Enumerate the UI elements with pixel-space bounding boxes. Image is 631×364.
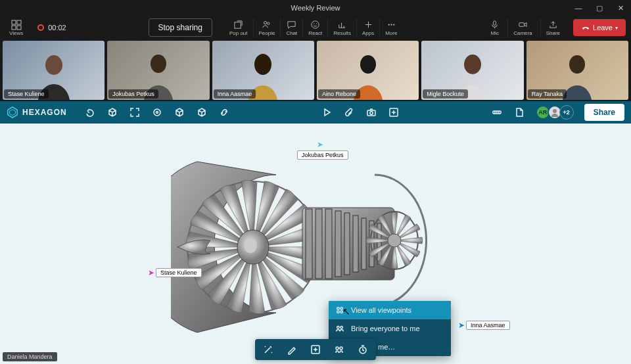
document-button[interactable] <box>511 104 528 121</box>
chat-button[interactable]: Chat <box>280 18 302 37</box>
plus-box-icon <box>388 107 399 118</box>
ctx-view-all-viewpoints[interactable]: View all viewpoints <box>329 301 451 319</box>
svg-point-7 <box>312 20 319 28</box>
link-button[interactable] <box>216 104 233 121</box>
minimize-button[interactable]: — <box>568 0 589 16</box>
apps-button[interactable]: Apps <box>356 18 379 37</box>
svg-point-6 <box>268 22 269 24</box>
svg-marker-22 <box>10 110 16 116</box>
recording-time: 00:02 <box>48 24 66 32</box>
close-button[interactable]: ✕ <box>610 0 631 16</box>
svg-point-11 <box>390 24 392 25</box>
svg-rect-35 <box>316 209 322 279</box>
viewpoints-button[interactable] <box>330 342 348 357</box>
svg-rect-38 <box>344 213 350 275</box>
attach-button[interactable] <box>340 104 358 121</box>
wand-button[interactable] <box>259 342 277 357</box>
participant-tile[interactable]: Jokubas Petkus <box>107 41 209 100</box>
play-button[interactable] <box>318 104 335 121</box>
link-icon <box>219 107 229 118</box>
mic-icon <box>490 20 500 30</box>
remote-cursor: ➤ Inna Aasmae <box>458 321 510 330</box>
react-button[interactable]: React <box>302 18 327 37</box>
camera-button[interactable]: Camera <box>507 18 537 37</box>
svg-point-53 <box>336 347 339 350</box>
popout-button[interactable]: Pop out <box>224 18 253 37</box>
share-button[interactable]: Share <box>540 18 565 37</box>
mic-button[interactable]: Mic <box>484 18 505 37</box>
expand-button[interactable] <box>126 104 143 121</box>
hexagon-share-button[interactable]: Share <box>584 104 624 121</box>
svg-point-15 <box>45 55 62 75</box>
ctx-bring-everyone[interactable]: Bring everyone to me <box>329 319 451 338</box>
plus-box-icon <box>310 344 321 355</box>
undo-icon <box>85 107 95 118</box>
hexagon-logo-icon <box>7 106 18 118</box>
svg-point-44 <box>388 234 401 247</box>
svg-point-46 <box>340 307 343 310</box>
cube-menu-button[interactable] <box>104 104 121 121</box>
toolbar-center: Stop sharing Pop out People Chat React R… <box>72 18 479 37</box>
svg-point-32 <box>244 239 257 253</box>
measure-button[interactable] <box>488 104 505 121</box>
emoji-icon <box>310 20 320 30</box>
chevron-down-icon: ▾ <box>615 25 618 31</box>
people-button[interactable]: People <box>253 18 281 37</box>
svg-point-47 <box>337 311 340 313</box>
participant-tile[interactable]: Inna Aasmae <box>212 41 314 100</box>
cube-icon <box>197 107 207 118</box>
ruler-icon <box>492 107 502 118</box>
pen-button[interactable] <box>283 342 301 357</box>
svg-point-9 <box>316 23 317 24</box>
svg-point-48 <box>340 311 343 313</box>
participant-tile[interactable]: Migle Bockute <box>421 41 523 100</box>
leave-button[interactable]: Leave ▾ <box>573 19 626 36</box>
svg-rect-13 <box>494 20 496 25</box>
toolbar-right: Mic Camera Share Leave ▾ <box>484 18 626 37</box>
participant-tile[interactable]: Stase Kuliene <box>3 41 105 100</box>
timer-button[interactable] <box>354 342 372 357</box>
svg-rect-0 <box>12 20 16 24</box>
dots-icon <box>386 20 396 30</box>
remote-cursor: ➤ Jokubas Petkus <box>297 140 348 160</box>
more-button[interactable]: More <box>379 18 402 37</box>
record-icon <box>37 24 44 31</box>
maximize-button[interactable]: ▢ <box>589 0 610 16</box>
avatar-stack[interactable]: AR +2 <box>538 105 574 120</box>
window-controls: — ▢ ✕ <box>568 0 631 16</box>
add-panel-button[interactable] <box>385 104 402 121</box>
remote-cursor: ➤ Stase Kuliene <box>148 268 202 277</box>
play-icon <box>321 107 332 118</box>
svg-point-45 <box>337 307 340 310</box>
chat-icon <box>287 20 296 30</box>
stop-sharing-button[interactable]: Stop sharing <box>149 18 212 37</box>
svg-point-54 <box>340 347 342 350</box>
participant-tile[interactable]: Ray Tanaka <box>526 41 628 100</box>
svg-rect-37 <box>335 211 341 277</box>
participant-tile[interactable]: Aino Rebone <box>317 41 419 100</box>
target-button[interactable] <box>149 104 166 121</box>
svg-point-23 <box>154 109 160 116</box>
self-name-tag: Daniela Mandera <box>3 352 57 361</box>
svg-point-26 <box>370 112 373 114</box>
add-button[interactable] <box>306 342 325 357</box>
undo-button[interactable] <box>82 104 99 121</box>
participant-strip: Stase Kuliene Jokubas Petkus Inna Aasmae… <box>0 39 631 101</box>
views-button[interactable]: Views <box>5 18 27 37</box>
cube-icon <box>174 107 185 118</box>
canvas-area[interactable]: ➤ Jokubas Petkus ➤ Stase Kuliene ➤ Inna … <box>0 124 631 364</box>
svg-point-12 <box>393 24 394 25</box>
avatar-more-count: +2 <box>559 105 574 120</box>
wand-icon <box>263 344 273 355</box>
results-button[interactable]: Results <box>327 18 356 37</box>
svg-point-29 <box>553 109 557 113</box>
hexagon-brand: HEXAGON <box>7 106 67 118</box>
cursor-label: Stase Kuliene <box>156 268 202 277</box>
cube2-button[interactable] <box>171 104 188 121</box>
snapshot-button[interactable] <box>363 104 380 121</box>
hangup-icon <box>581 23 590 32</box>
cube3-button[interactable] <box>193 104 210 121</box>
target-icon <box>152 107 162 118</box>
cursor-icon: ➤ <box>148 268 154 277</box>
grid-icon <box>11 20 22 30</box>
